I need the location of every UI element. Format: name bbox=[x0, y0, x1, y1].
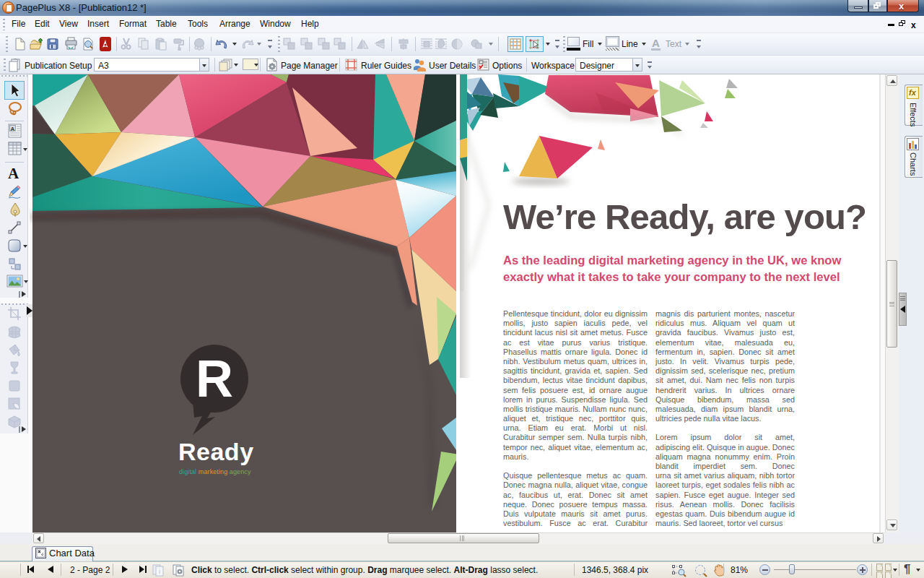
svg-text:i: i bbox=[159, 568, 160, 575]
svg-text:A: A bbox=[11, 126, 15, 132]
svg-text:R: R bbox=[196, 350, 233, 407]
